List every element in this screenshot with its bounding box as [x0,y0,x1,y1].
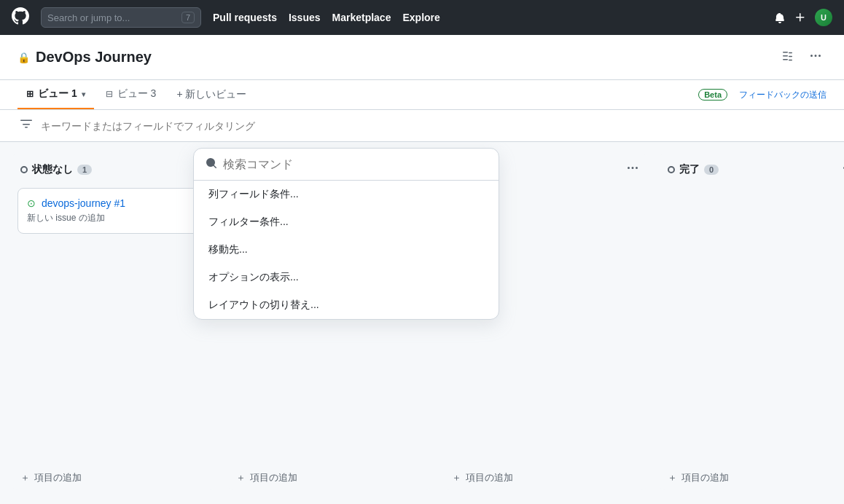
col-none-title: 状態なし [32,163,73,176]
layout-button[interactable] [777,47,799,68]
dialog-item-filter[interactable]: フィルター条件... [194,208,499,236]
tab-view-1-label: ビュー 1 [38,87,77,101]
col-none-add-label: 項目の追加 [34,471,82,484]
col-done-dot [668,166,675,173]
dialog-search-bar [194,149,499,181]
col-inprogress-add-plus-icon: ＋ [452,471,461,484]
nav-links: Pull requests Issues Marketplace Explore [213,12,440,23]
search-command-dialog: 列フィールド条件... フィルター条件... 移動先... オプションの表示..… [193,148,499,320]
col-inprogress-add-label: 項目の追加 [466,471,513,484]
col-none-dot [20,166,28,173]
filter-input[interactable] [41,120,827,132]
filter-bar [0,110,844,142]
nav-right: U [774,9,832,26]
dialog-item-switch-layout[interactable]: レイアウトの切り替え... [194,291,499,319]
top-nav: Search or jump to... 7 Pull requests Iss… [0,0,844,35]
search-kbd-hint: 7 [181,12,195,23]
project-header: 🔒 DevOps Journey [0,35,844,80]
github-logo-icon[interactable] [12,7,29,28]
col-none-add-button[interactable]: ＋ 項目の追加 [12,465,216,490]
col-none-add-plus-icon: ＋ [20,471,30,484]
project-actions [777,47,827,68]
project-title: DevOps Journey [36,49,152,66]
dialog-item-column-fields[interactable]: 列フィールド条件... [194,181,499,208]
nav-pull-requests[interactable]: Pull requests [213,12,277,23]
tabs-right: Beta フィードバックの送信 [698,89,827,101]
tab-view-3-label: ビュー 3 [117,87,157,101]
avatar[interactable]: U [815,9,832,26]
project-title-area: 🔒 DevOps Journey [17,49,152,66]
tab-view-3[interactable]: ⊟ ビュー 3 [97,80,165,109]
col-done-add-label: 項目の追加 [681,471,729,484]
col-done-menu-button[interactable] [840,160,844,179]
col-none-header: 状態なし 1 [12,154,216,185]
lock-icon: 🔒 [17,52,30,63]
more-options-button[interactable] [805,47,827,68]
tabs-bar: ⊞ ビュー 1 ▾ ⊟ ビュー 3 + 新しいビュー Beta フィードバックの… [0,80,844,110]
col-done-header: 完了 0 [659,154,844,185]
issue-open-icon: ⊙ [27,197,36,209]
col-todo-add-plus-icon: ＋ [236,471,246,484]
dialog-search-icon [206,157,217,171]
notifications-button[interactable] [774,12,786,23]
col-done-add-plus-icon: ＋ [668,471,677,484]
card-subtitle: 新しい issue の追加 [27,212,200,224]
col-none-count: 1 [77,165,92,175]
dialog-search-input[interactable] [223,158,487,171]
nav-issues[interactable]: Issues [289,12,321,23]
tab-view-3-icon: ⊟ [106,89,113,99]
col-todo-add-label: 項目の追加 [250,471,297,484]
feedback-link[interactable]: フィードバックの送信 [739,89,827,101]
search-bar[interactable]: Search or jump to... 7 [41,7,201,28]
tab-view-1-chevron[interactable]: ▾ [82,90,85,98]
col-inprogress-menu-button[interactable] [624,160,641,179]
column-done: 完了 0 ＋ 項目の追加 [659,154,844,490]
create-button[interactable] [794,12,806,23]
card-title: ⊙ devops-journey #1 [27,197,200,209]
tab-view-1-icon: ⊞ [26,89,34,99]
search-placeholder-text: Search or jump to... [47,12,130,23]
filter-icon-button[interactable] [17,116,35,135]
col-none-title-area: 状態なし 1 [20,163,92,176]
nav-explore[interactable]: Explore [402,12,439,23]
dialog-menu-items: 列フィールド条件... フィルター条件... 移動先... オプションの表示..… [194,181,499,319]
nav-marketplace[interactable]: Marketplace [332,12,391,23]
col-done-title-area: 完了 0 [668,163,719,176]
tab-view-1[interactable]: ⊞ ビュー 1 ▾ [17,80,94,109]
beta-badge: Beta [698,89,727,101]
col-inprogress-add-button[interactable]: ＋ 項目の追加 [443,465,647,490]
col-todo-add-button[interactable]: ＋ 項目の追加 [227,465,431,490]
col-done-add-button[interactable]: ＋ 項目の追加 [659,465,844,490]
dialog-item-show-options[interactable]: オプションの表示... [194,264,499,291]
dialog-item-navigate[interactable]: 移動先... [194,236,499,264]
col-done-count: 0 [704,165,719,175]
board-container: 状態なし 1 ⊙ devops-journey #1 新しい issue の追加… [0,142,844,502]
card-devops-journey-1[interactable]: ⊙ devops-journey #1 新しい issue の追加 [17,188,210,234]
column-none: 状態なし 1 ⊙ devops-journey #1 新しい issue の追加… [12,154,216,490]
new-view-button[interactable]: + 新しいビュー [168,82,255,107]
col-done-title: 完了 [679,163,700,176]
